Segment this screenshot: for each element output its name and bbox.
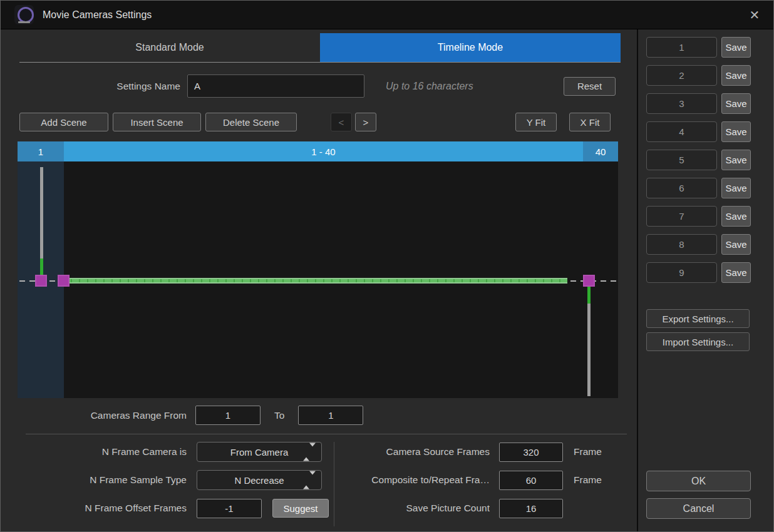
next-scene-button[interactable]: > bbox=[355, 113, 376, 131]
frame-settings-form: N Frame Camera is From Camera N Frame Sa… bbox=[19, 442, 621, 526]
keyframe-handle-end[interactable] bbox=[583, 275, 595, 287]
composite-repeat-label: Composite to/Repeat Fra… bbox=[354, 474, 490, 486]
n-frame-sample-label: N Frame Sample Type bbox=[19, 474, 187, 486]
preset-slot-button[interactable]: 1 bbox=[646, 37, 717, 58]
preset-slot-row: 7 Save bbox=[646, 206, 762, 227]
suggest-button[interactable]: Suggest bbox=[272, 499, 329, 518]
preset-slot-button[interactable]: 5 bbox=[646, 150, 717, 170]
camera1-guide-line bbox=[40, 167, 43, 258]
cancel-button[interactable]: Cancel bbox=[646, 498, 751, 519]
app-camera-lens-icon bbox=[14, 5, 34, 24]
preset-slot-row: 6 Save bbox=[646, 178, 762, 198]
spinner-arrows-icon[interactable] bbox=[303, 447, 316, 458]
keyframe-handle-start[interactable] bbox=[35, 275, 47, 287]
camera40-guide-line bbox=[587, 304, 591, 396]
preset-slot-button[interactable]: 7 bbox=[646, 206, 717, 227]
spinner-up-icon[interactable] bbox=[303, 447, 309, 461]
keyframe-handle-mid[interactable] bbox=[58, 275, 70, 287]
timeline-start-cell[interactable]: 1 bbox=[18, 141, 64, 161]
n-frame-settings: N Frame Camera is From Camera N Frame Sa… bbox=[19, 442, 334, 526]
preset-save-button[interactable]: Save bbox=[721, 150, 751, 170]
n-frame-sample-select[interactable]: N Decrease bbox=[197, 470, 322, 490]
cameras-range-label: Cameras Range From bbox=[19, 410, 187, 421]
x-fit-button[interactable]: X Fit bbox=[569, 113, 611, 131]
settings-name-input[interactable]: A bbox=[187, 74, 364, 98]
insert-scene-button[interactable]: Insert Scene bbox=[113, 113, 201, 131]
preset-slot-row: 8 Save bbox=[646, 234, 762, 255]
n-frame-offset-input[interactable]: -1 bbox=[197, 499, 262, 518]
preset-save-button[interactable]: Save bbox=[721, 234, 751, 255]
tab-standard-mode[interactable]: Standard Mode bbox=[19, 33, 320, 62]
preset-slot-row: 1 Save bbox=[646, 37, 762, 58]
y-fit-button[interactable]: Y Fit bbox=[515, 113, 557, 131]
ok-button[interactable]: OK bbox=[646, 471, 751, 491]
preset-slot-list: 1 Save 2 Save 3 Save 4 Save 5 Save 6 Sav… bbox=[646, 37, 762, 283]
close-icon[interactable]: ✕ bbox=[746, 6, 763, 24]
preset-slot-button[interactable]: 2 bbox=[646, 65, 717, 86]
spinner-down-icon[interactable] bbox=[309, 443, 316, 458]
cameras-range-to-label: To bbox=[274, 410, 284, 421]
n-frame-camera-select[interactable]: From Camera bbox=[197, 442, 322, 462]
preset-slot-button[interactable]: 4 bbox=[646, 121, 717, 142]
timeline-header: 1 1 - 40 40 bbox=[18, 141, 618, 161]
preset-save-button[interactable]: Save bbox=[721, 262, 751, 283]
scene-toolbar: Add Scene Insert Scene Delete Scene < > … bbox=[19, 113, 621, 131]
preset-save-button[interactable]: Save bbox=[721, 206, 751, 227]
settings-name-hint: Up to 16 characters bbox=[386, 81, 473, 92]
timeline-range-cell[interactable]: 1 - 40 bbox=[64, 141, 583, 161]
n-frame-camera-label: N Frame Camera is bbox=[19, 446, 187, 458]
preset-save-button[interactable]: Save bbox=[721, 37, 751, 58]
composite-repeat-input[interactable]: 60 bbox=[499, 471, 563, 490]
preset-slot-button[interactable]: 9 bbox=[646, 262, 717, 283]
preset-slot-row: 4 Save bbox=[646, 121, 762, 142]
settings-name-row: Settings Name A Up to 16 characters Rese… bbox=[19, 74, 621, 98]
save-picture-count-input[interactable]: 16 bbox=[499, 499, 563, 518]
delete-scene-button[interactable]: Delete Scene bbox=[205, 113, 297, 131]
spinner-down-icon[interactable] bbox=[309, 471, 316, 486]
camera1-curve-segment bbox=[40, 258, 43, 276]
reset-button[interactable]: Reset bbox=[564, 77, 616, 96]
cameras-range-from-input[interactable]: 1 bbox=[195, 406, 261, 425]
preset-slot-button[interactable]: 6 bbox=[646, 178, 717, 198]
preset-slot-row: 5 Save bbox=[646, 150, 762, 170]
preset-save-button[interactable]: Save bbox=[721, 121, 751, 142]
spinner-arrows-icon[interactable] bbox=[303, 475, 316, 486]
camera40-curve-segment bbox=[587, 287, 591, 304]
preset-save-button[interactable]: Save bbox=[721, 93, 751, 114]
n-frame-offset-label: N Frame Offset Frames bbox=[19, 503, 187, 514]
frame-unit-label: Frame bbox=[574, 474, 602, 486]
n-frame-camera-value: From Camera bbox=[230, 447, 289, 458]
mode-tabs: Standard Mode Timeline Mode bbox=[19, 33, 621, 63]
window-title: Movie Cameras Settings bbox=[43, 9, 152, 21]
frame-count-settings: Camera Source Frames 320 Frame Composite… bbox=[334, 442, 602, 526]
prev-scene-button[interactable]: < bbox=[331, 113, 352, 131]
preset-save-button[interactable]: Save bbox=[721, 65, 751, 86]
presets-sidebar: 1 Save 2 Save 3 Save 4 Save 5 Save 6 Sav… bbox=[638, 29, 773, 531]
preset-slot-row: 3 Save bbox=[646, 93, 762, 114]
camera-source-frames-label: Camera Source Frames bbox=[354, 446, 490, 458]
movie-cameras-settings-dialog: Movie Cameras Settings ✕ Standard Mode T… bbox=[0, 0, 774, 532]
cameras-range-row: Cameras Range From 1 To 1 bbox=[19, 406, 621, 425]
titlebar: Movie Cameras Settings ✕ bbox=[1, 1, 773, 29]
preset-slot-button[interactable]: 3 bbox=[646, 93, 717, 114]
main-panel: Standard Mode Timeline Mode Settings Nam… bbox=[1, 29, 637, 531]
import-settings-button[interactable]: Import Settings... bbox=[646, 332, 750, 351]
preset-save-button[interactable]: Save bbox=[721, 178, 751, 198]
timeline-curve[interactable] bbox=[63, 278, 567, 284]
timeline-graph[interactable] bbox=[18, 161, 618, 398]
camera-source-frames-input[interactable]: 320 bbox=[499, 442, 563, 462]
tab-timeline-mode[interactable]: Timeline Mode bbox=[320, 33, 621, 62]
settings-name-label: Settings Name bbox=[19, 81, 180, 92]
preset-slot-button[interactable]: 8 bbox=[646, 234, 717, 255]
n-frame-sample-value: N Decrease bbox=[234, 475, 284, 486]
spinner-up-icon[interactable] bbox=[303, 475, 309, 489]
save-picture-count-label: Save Picture Count bbox=[354, 503, 490, 514]
export-settings-button[interactable]: Export Settings... bbox=[646, 309, 750, 328]
timeline-end-cell[interactable]: 40 bbox=[583, 141, 618, 161]
dialog-content: Standard Mode Timeline Mode Settings Nam… bbox=[1, 29, 773, 531]
sidebar-spacer bbox=[646, 351, 762, 471]
form-divider bbox=[26, 434, 627, 434]
cameras-range-to-input[interactable]: 1 bbox=[298, 406, 363, 425]
preset-slot-row: 9 Save bbox=[646, 262, 762, 283]
add-scene-button[interactable]: Add Scene bbox=[19, 113, 108, 131]
